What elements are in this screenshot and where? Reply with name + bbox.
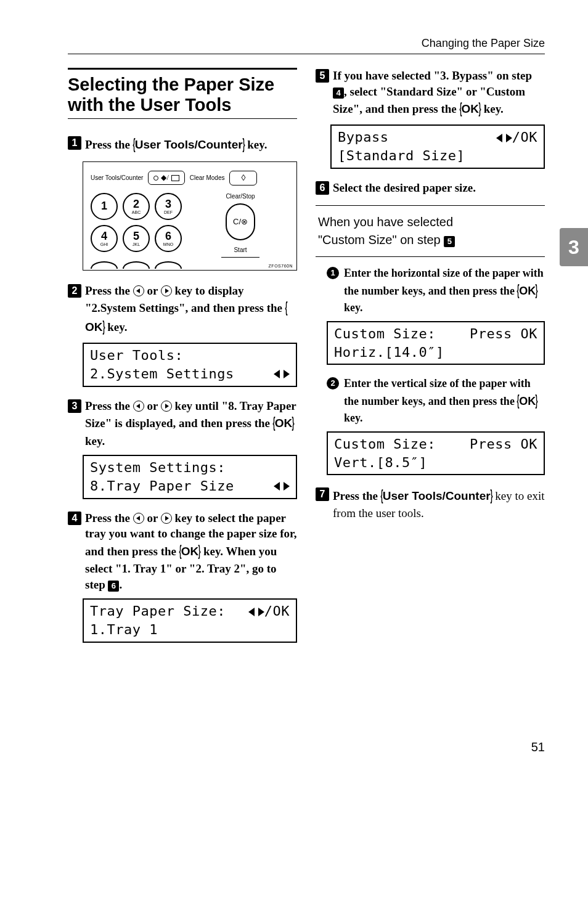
step-number-5: 5	[316, 69, 329, 83]
step-1: 1 Press the {User Tools/Counter} key. Us…	[68, 135, 297, 271]
user-tools-counter-pill: ◆/	[148, 171, 184, 185]
lcd-line: /OK	[248, 602, 290, 621]
step-number-1: 1	[68, 136, 81, 150]
lcd-line: Press OK	[470, 435, 537, 454]
step-6-text: Select the desired paper size.	[333, 180, 476, 196]
step-number-7: 7	[316, 487, 329, 501]
two-column-layout: Selecting the Paper Size with the User T…	[68, 68, 545, 654]
lcd-line: System Settings:	[90, 459, 226, 477]
svg-marker-4	[248, 608, 255, 616]
ok-key: OK	[85, 320, 103, 333]
step-1-text: Press the {User Tools/Counter} key.	[85, 135, 267, 154]
user-tools-counter-key: User Tools/Counter	[135, 138, 243, 151]
key-2: 2ABC	[123, 193, 150, 220]
svg-marker-7	[506, 134, 512, 142]
step-ref-4: 4	[333, 88, 344, 99]
svg-marker-3	[284, 482, 290, 491]
lcd-system-settings: System Settings: 8.Tray Paper Size	[83, 455, 297, 499]
clear-modes-pill: ◊	[229, 171, 257, 185]
label-clear-modes: Clear Modes	[190, 174, 225, 181]
user-tools-counter-key: User Tools/Counter	[383, 489, 491, 502]
step-5: 5 If you have selected "3. Bypass" on st…	[316, 68, 545, 169]
step-2-text: Press the or key to display "2.System Se…	[85, 283, 297, 337]
lcd-line: /OK	[496, 128, 537, 147]
page: Changing the Paper Size 3 Selecting the …	[0, 0, 588, 779]
lcd-line: Vert.[8.5″]	[334, 454, 427, 472]
svg-marker-1	[284, 370, 290, 378]
custom-size-note: When you have selected "Custom Size" on …	[316, 205, 545, 257]
ok-key: OK	[519, 395, 536, 407]
key-4: 4GHI	[91, 225, 118, 252]
note-line-1: When you have selected	[318, 213, 542, 231]
lcd-line: 1.Tray 1	[90, 621, 158, 639]
key-5: 5JKL	[123, 225, 150, 252]
label-user-tools-counter: User Tools/Counter	[91, 174, 143, 181]
lcd-user-tools: User Tools: 2.System Settings	[83, 343, 297, 386]
step-5-text: If you have selected "3. Bypass" on step…	[333, 68, 545, 118]
clear-stop-key: C/⊗	[226, 203, 255, 240]
lcd-custom-horiz: Custom Size: Press OK Horiz.[14.0″]	[327, 321, 545, 365]
right-arrow-icon	[161, 401, 172, 412]
keypad-figure: User Tools/Counter ◆/ Clear Modes ◊	[83, 161, 297, 271]
key-1: 1	[91, 193, 118, 220]
start-key-edge	[221, 257, 259, 258]
step-2: 2 Press the or key to display "2.System …	[68, 283, 297, 387]
svg-marker-0	[274, 370, 280, 378]
lcd-line: User Tools:	[90, 346, 183, 365]
lcd-line: Custom Size:	[334, 325, 436, 343]
step-number-2: 2	[68, 284, 81, 298]
step-number-4: 4	[68, 512, 81, 525]
ok-key: OK	[519, 285, 536, 297]
left-arrow-icon	[133, 401, 144, 412]
left-arrow-icon	[133, 513, 144, 524]
left-right-arrows-icon	[274, 369, 290, 380]
title-rule-top	[68, 68, 297, 70]
step-4-text: Press the or key to select the paper tra…	[85, 510, 297, 593]
step-4: 4 Press the or key to select the paper t…	[68, 510, 297, 643]
step-number-3: 3	[68, 399, 81, 413]
right-arrow-icon	[161, 513, 172, 524]
key-6: 6MNO	[155, 225, 182, 252]
lcd-line: 8.Tray Paper Size	[90, 477, 234, 495]
note-line-2: "Custom Size" on step 5	[318, 231, 542, 249]
lcd-bypass: Bypass /OK [Standard Size]	[330, 124, 545, 168]
lcd-line: Horiz.[14.0″]	[334, 343, 444, 362]
chapter-tab: 3	[560, 228, 588, 266]
step-7-text: Press the {User Tools/Counter} key to ex…	[333, 486, 545, 521]
step-ref-6: 6	[108, 581, 119, 592]
key-3: 3DEF	[155, 193, 182, 220]
lcd-line: [Standard Size]	[338, 147, 465, 165]
right-column: 5 If you have selected "3. Bypass" on st…	[316, 68, 545, 654]
left-column: Selecting the Paper Size with the User T…	[68, 68, 297, 654]
svg-marker-5	[258, 608, 264, 616]
ok-key: OK	[181, 545, 199, 558]
substep-number-2: 2	[327, 377, 339, 389]
book-icon	[171, 175, 179, 181]
substep-2: 2 Enter the vertical size of the paper w…	[327, 376, 545, 425]
right-arrow-icon	[161, 285, 172, 296]
lcd-line: 2.System Settings	[90, 365, 234, 383]
page-number: 51	[68, 740, 545, 754]
svg-marker-6	[496, 134, 502, 142]
lcd-line: Press OK	[470, 325, 537, 343]
substep-number-1: 1	[327, 267, 339, 279]
substep-1-text: Enter the horizontal size of the paper w…	[344, 266, 545, 315]
svg-marker-2	[274, 482, 280, 491]
substep-2-text: Enter the vertical size of the paper wit…	[344, 376, 545, 425]
left-right-arrows-icon	[496, 133, 512, 143]
step-number-6: 6	[316, 181, 329, 195]
section-title: Selecting the Paper Size with the User T…	[68, 75, 297, 116]
ok-key: OK	[275, 417, 293, 430]
substep-1: 1 Enter the horizontal size of the paper…	[327, 266, 545, 315]
figure-code: ZFOS760N	[269, 264, 293, 268]
label-start: Start	[234, 247, 247, 253]
step-ref-5: 5	[444, 236, 455, 247]
step-3-text: Press the or key until "8. Tray Paper Si…	[85, 398, 297, 449]
step-6: 6 Select the desired paper size.	[316, 180, 545, 196]
left-right-arrows-icon	[274, 481, 290, 492]
lcd-line: Tray Paper Size:	[90, 602, 226, 621]
lcd-tray-paper-size: Tray Paper Size: /OK 1.Tray 1	[83, 598, 297, 642]
keypad-bottom-row	[91, 261, 289, 269]
title-rule-bottom	[68, 118, 297, 119]
lcd-line: Bypass	[338, 128, 388, 147]
